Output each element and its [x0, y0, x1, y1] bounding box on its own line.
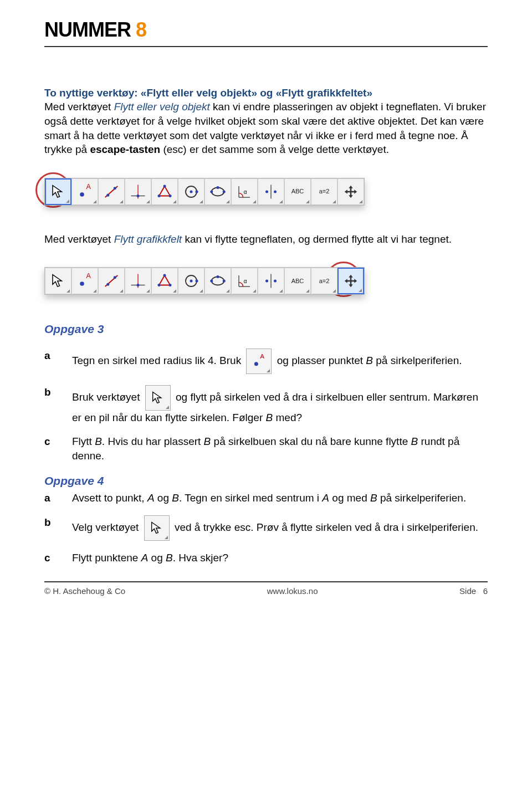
- page-footer: © H. Aschehoug & Co www.lokus.no Side 6: [44, 582, 488, 597]
- dropdown-corner-icon: [332, 200, 336, 203]
- dropdown-corner-icon: [146, 200, 150, 203]
- tool-name-1: Flytt eller velg objekt: [114, 101, 210, 112]
- dropdown-corner-icon: [66, 199, 69, 203]
- var: B: [411, 436, 418, 447]
- move-tool-icon: [145, 385, 171, 411]
- dropdown-corner-icon: [226, 200, 229, 203]
- svg-point-17: [223, 190, 226, 193]
- t: Flytt punktene: [72, 552, 141, 564]
- tool-reflect[interactable]: [258, 268, 284, 294]
- svg-text:A: A: [86, 183, 91, 191]
- tool-line[interactable]: [98, 178, 125, 205]
- svg-point-44: [265, 280, 268, 283]
- tool-move-view[interactable]: [337, 178, 364, 205]
- task-label: a: [44, 491, 53, 505]
- task-label: c: [44, 551, 53, 565]
- abc-label: ABC: [291, 187, 304, 196]
- dropdown-corner-icon: [200, 289, 203, 293]
- tool-polygon[interactable]: [151, 178, 178, 205]
- tool-perpendicular[interactable]: [125, 268, 151, 294]
- svg-point-40: [223, 280, 226, 283]
- footer-right: Side 6: [459, 586, 488, 597]
- dropdown-corner-icon: [93, 200, 96, 203]
- footer-left: © H. Aschehoug & Co: [44, 586, 125, 597]
- t: og plasser punktet: [274, 355, 366, 366]
- task-label: c: [44, 434, 53, 449]
- tool-angle[interactable]: α: [231, 178, 258, 205]
- tool-slider[interactable]: a=2: [311, 178, 337, 205]
- t: Velg verktøyet: [72, 521, 142, 533]
- dropdown-corner-icon: [146, 289, 150, 293]
- dropdown-corner-icon: [306, 289, 309, 293]
- svg-point-33: [169, 284, 172, 286]
- intro-text-1: Med verktøyet: [44, 101, 114, 112]
- t: . Hvis du har plassert: [102, 436, 204, 447]
- svg-point-41: [217, 275, 219, 278]
- oppgave3-title: Oppgave 3: [44, 321, 488, 337]
- intro-text-3: (esc) er det samme som å velge dette ver…: [160, 144, 389, 155]
- tool-point[interactable]: A: [71, 268, 98, 294]
- task-label: a: [44, 349, 53, 363]
- mid-text-1: Med verktøyet: [44, 233, 114, 245]
- dropdown-corner-icon: [306, 200, 309, 203]
- footer-page-number: 6: [483, 586, 488, 596]
- t: på sirkelperiferien.: [373, 355, 462, 366]
- tool-text[interactable]: ABC: [284, 178, 311, 205]
- tool-circle[interactable]: [178, 268, 204, 294]
- dropdown-corner-icon: [173, 289, 176, 293]
- t: Flytt: [72, 436, 95, 447]
- a2-label: a=2: [319, 187, 330, 196]
- tool-line[interactable]: [98, 268, 125, 294]
- dropdown-corner-icon: [165, 536, 168, 539]
- svg-point-36: [190, 280, 193, 283]
- svg-point-37: [196, 280, 198, 283]
- tool-angle[interactable]: α: [231, 268, 258, 294]
- tool-move-view[interactable]: [337, 268, 364, 294]
- toolbar-2-wrap: A α ABC: [44, 267, 488, 295]
- svg-point-13: [190, 190, 193, 193]
- svg-point-27: [114, 277, 116, 279]
- mid-text-2: kan vi flytte tegneflaten, og dermed fly…: [182, 233, 452, 245]
- oppgave4-title: Oppgave 4: [44, 473, 488, 489]
- var: B: [166, 552, 173, 564]
- tool-polygon[interactable]: [151, 268, 178, 294]
- task-3b: b Bruk verktøyet og flytt på sirkelen ve…: [44, 385, 488, 425]
- tool-point[interactable]: A: [71, 178, 98, 205]
- dropdown-corner-icon: [166, 406, 169, 409]
- tool-text[interactable]: ABC: [284, 268, 311, 294]
- tool-name-2: Flytt grafikkfelt: [114, 233, 182, 245]
- svg-point-22: [274, 190, 277, 193]
- dropdown-corner-icon: [359, 289, 362, 292]
- svg-point-14: [196, 190, 198, 193]
- svg-point-11: [158, 194, 161, 197]
- t: og: [148, 552, 166, 564]
- svg-point-16: [210, 190, 213, 193]
- tool-reflect[interactable]: [258, 178, 284, 205]
- abc-label: ABC: [291, 277, 304, 285]
- toolbar-1-wrap: A α ABC: [44, 178, 488, 206]
- tool-move[interactable]: [45, 268, 71, 294]
- svg-point-39: [210, 280, 213, 283]
- var: B: [172, 492, 179, 504]
- tool-conic[interactable]: [204, 268, 231, 294]
- svg-point-32: [163, 274, 166, 277]
- tool-perpendicular[interactable]: [125, 178, 151, 205]
- dropdown-corner-icon: [66, 289, 70, 293]
- task-label: b: [44, 385, 53, 400]
- tool-slider[interactable]: a=2: [311, 268, 337, 294]
- a2-label: a=2: [319, 277, 330, 285]
- t: Bruk verktøyet: [72, 391, 143, 403]
- t: med?: [273, 412, 302, 423]
- tool-move[interactable]: [45, 178, 71, 205]
- brand-title: NUMMER 8: [44, 17, 488, 44]
- dropdown-corner-icon: [226, 289, 229, 293]
- dropdown-corner-icon: [267, 369, 270, 372]
- dropdown-corner-icon: [253, 289, 256, 293]
- task-4c: c Flytt punktene A og B. Hva skjer?: [44, 551, 488, 565]
- svg-point-4: [114, 187, 116, 190]
- tool-circle[interactable]: [178, 178, 204, 205]
- svg-marker-8: [159, 186, 170, 196]
- tool-conic[interactable]: [204, 178, 231, 205]
- brand-left: NUMMER: [44, 18, 131, 41]
- dropdown-corner-icon: [359, 200, 362, 203]
